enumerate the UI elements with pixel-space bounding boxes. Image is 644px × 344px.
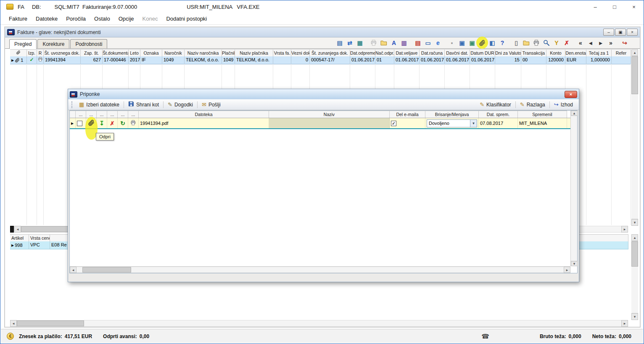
child-close-button[interactable]: × xyxy=(627,29,638,36)
open-file-icon[interactable] xyxy=(522,38,531,47)
invoice-cell-12[interactable] xyxy=(273,56,291,64)
attachment-column-header-3[interactable]: ... xyxy=(97,111,107,118)
delete-change-dropdown[interactable]: Dovoljeno▼ xyxy=(427,119,477,127)
invoice-cell-7[interactable]: IF xyxy=(140,56,162,64)
invoice-cell-14[interactable]: 000547-17/ xyxy=(310,56,350,64)
filter-icon[interactable]: Y xyxy=(552,38,561,47)
invoice-cell-19[interactable]: 01.06.2017 xyxy=(445,56,470,64)
invoice-cell-3[interactable]: 19941394 xyxy=(44,56,81,64)
invoice-column-header-5[interactable]: Št.dokumenta xyxy=(103,49,129,56)
comment-icon[interactable]: ◧ xyxy=(488,38,497,47)
invoice-column-header-12[interactable]: Vrsta fa. xyxy=(273,49,291,56)
invoice-cell-6[interactable]: 2017 xyxy=(129,56,140,64)
search-icon[interactable] xyxy=(542,38,551,47)
menu-item-4[interactable]: Opcije xyxy=(114,14,138,24)
email-part-checkbox[interactable]: ✓ xyxy=(391,121,396,126)
attachment-column-header-8[interactable]: Naziv xyxy=(269,111,390,118)
attachment-column-header-10[interactable]: Brisanje/Menjava xyxy=(425,111,479,118)
maximize-button[interactable]: □ xyxy=(605,0,624,13)
delete-attachment-icon[interactable]: ✗ xyxy=(107,118,118,128)
open-folder-icon[interactable] xyxy=(379,38,388,47)
tab-podrobnosti[interactable]: Podrobnosti xyxy=(70,39,107,48)
attachment-column-header-0[interactable] xyxy=(70,111,76,118)
invoice-column-header-15[interactable]: Dat.odpreme xyxy=(350,49,375,56)
invoice-cell-4[interactable]: 627 xyxy=(81,56,103,64)
article-cell-0[interactable]: ▶998 xyxy=(10,241,29,249)
attachment-column-header-12[interactable]: Spremenil xyxy=(518,111,567,118)
attachment-column-header-11[interactable]: Dat. sprem. xyxy=(479,111,518,118)
scroll-thumb[interactable] xyxy=(631,241,638,267)
invoice-column-header-25[interactable]: Tečaj za 1 xyxy=(586,49,612,56)
scroll-left-button[interactable]: ◂ xyxy=(14,226,21,233)
invoice-column-header-4[interactable]: Zap. št. xyxy=(81,49,103,56)
left-toolbar-button-izberi-datoteke[interactable]: ▦Izberi datoteke xyxy=(76,101,123,108)
menu-item-2[interactable]: Poročila xyxy=(62,14,90,24)
invoice-cell-18[interactable]: 01.06.2017 xyxy=(420,56,445,64)
invoice-column-header-9[interactable]: Naziv naročnika xyxy=(185,49,222,56)
grid-filter-icon[interactable]: ▥ xyxy=(399,38,409,47)
nav-first-icon[interactable]: « xyxy=(576,38,585,47)
new-document-icon[interactable]: ▯ xyxy=(512,38,521,47)
left-toolbar-button-pošlji[interactable]: ✉Pošlji xyxy=(198,101,224,108)
menu-item-0[interactable]: Fakture xyxy=(5,14,32,24)
invoice-cell-10[interactable]: 1049 xyxy=(222,56,235,64)
invoice-column-header-3[interactable]: Št. uvoznega dok. xyxy=(44,49,81,56)
scroll-left-button[interactable]: ◂ xyxy=(70,267,77,273)
scroll-track[interactable] xyxy=(631,56,638,219)
invoice-column-header-8[interactable]: Naročnik xyxy=(162,49,185,56)
article-column-header-1[interactable]: Vrsta cene xyxy=(29,234,50,241)
invoice-column-header-18[interactable]: Dat.računa xyxy=(420,49,445,56)
invoice-cell-13[interactable]: 0 xyxy=(291,56,310,64)
priponke-close-button[interactable]: × xyxy=(565,91,577,98)
invoice-column-header-2[interactable]: R xyxy=(37,49,44,56)
article-cell-1[interactable]: VPC xyxy=(29,241,50,249)
invoice-column-header-14[interactable]: Št. zunanjega dok. xyxy=(310,49,350,56)
right-toolbar-button-izhod[interactable]: ↪Izhod xyxy=(551,101,576,108)
invoice-cell-22[interactable]: 00 xyxy=(521,56,546,64)
save-attachment-icon[interactable]: ↧ xyxy=(97,118,107,128)
attachments-vertical-scrollbar[interactable]: ▴ ▾ xyxy=(570,111,577,266)
invoice-column-header-17[interactable]: Dat.veljave xyxy=(394,49,420,56)
scroll-track[interactable] xyxy=(17,320,621,327)
monitor-icon[interactable]: ▭ xyxy=(423,38,433,47)
refresh-attachment-icon[interactable]: ↻ xyxy=(118,118,128,128)
print-list-icon[interactable] xyxy=(532,38,541,47)
invoice-column-header-1[interactable]: Izp. xyxy=(27,49,37,56)
scroll-down-button[interactable]: ▾ xyxy=(631,219,638,226)
close-button[interactable]: × xyxy=(624,0,644,13)
tab-korekture[interactable]: Korekture xyxy=(37,39,69,48)
article-column-header-0[interactable]: Artikel xyxy=(10,234,29,241)
help-icon[interactable]: ? xyxy=(498,38,507,47)
menu-item-6[interactable]: Dodatni postopki xyxy=(162,14,211,24)
invoice-cell-8[interactable]: 1049 xyxy=(162,56,185,64)
refresh-icon[interactable]: ⇄ xyxy=(345,38,354,47)
invoice-column-header-7[interactable]: Oznaka xyxy=(140,49,162,56)
minimize-button[interactable]: – xyxy=(586,0,605,13)
invoice-cell-24[interactable]: EUR xyxy=(565,56,586,64)
attachment-column-header-4[interactable]: ... xyxy=(107,111,118,118)
invoice-cell-23[interactable]: 120000 xyxy=(546,56,565,64)
right-toolbar-button-razlaga[interactable]: ✎Razlaga xyxy=(517,101,549,108)
menu-item-3[interactable]: Ostalo xyxy=(90,14,114,24)
scroll-thumb[interactable] xyxy=(17,320,84,326)
invoice-column-header-0[interactable] xyxy=(10,49,27,56)
right-toolbar-button-klasifikator[interactable]: ✎Klasifikator xyxy=(476,101,515,108)
attachment-filename[interactable]: 19941394.pdf xyxy=(139,118,269,128)
invoice-column-header-11[interactable]: Naziv plačnika xyxy=(235,49,273,56)
child-restore-button[interactable]: ▣ xyxy=(615,29,626,36)
attachment-icon[interactable] xyxy=(478,38,487,47)
attachment-column-header-9[interactable]: Del e-maila xyxy=(390,111,425,118)
invoice-grid-selected-row[interactable]: ▶1✓1994139462717-0004462017IF1049TELKOM,… xyxy=(10,56,631,64)
copy-document-icon[interactable]: ▤ xyxy=(335,38,344,47)
invoice-column-header-22[interactable]: Transakcija xyxy=(521,49,546,56)
invoice-cell-2[interactable] xyxy=(37,56,44,64)
child-minimize-button[interactable]: – xyxy=(603,29,614,36)
export-window-icon[interactable]: ▣ xyxy=(467,38,477,47)
invoice-column-header-21[interactable]: Dni za Valuto xyxy=(495,49,521,56)
invoice-cell-5[interactable]: 17-000446 xyxy=(103,56,129,64)
menu-item-1[interactable]: Datoteke xyxy=(32,14,62,24)
invoice-column-header-16[interactable]: Nač.odpr. xyxy=(375,49,394,56)
attachment-column-header-1[interactable]: ... xyxy=(76,111,86,118)
invoice-column-header-6[interactable]: Leto xyxy=(129,49,140,56)
nav-prev-icon[interactable]: ◂ xyxy=(586,38,595,47)
